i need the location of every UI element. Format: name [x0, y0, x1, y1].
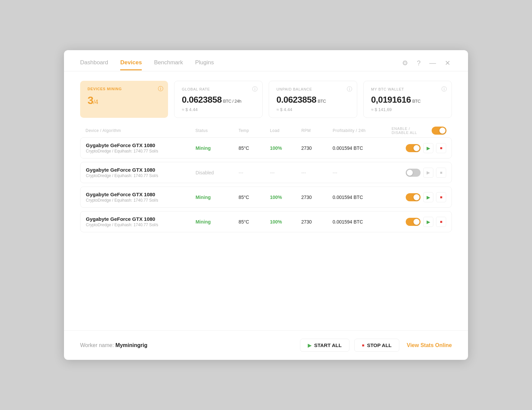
devices-mining-label: DEVICES MINING — [88, 87, 161, 91]
temp-0: 85°C — [239, 145, 270, 151]
btc-wallet-label: MY BTC WALLET — [371, 87, 444, 91]
minimize-icon[interactable]: — — [428, 59, 437, 68]
help-icon[interactable]: ? — [415, 59, 422, 68]
unpaid-balance-sub: ≈ $ 4.44 — [276, 107, 350, 112]
table-row: Gygabyte GeForce GTX 1080 CryptoDredge /… — [80, 186, 452, 208]
view-stats-button[interactable]: View Stats Online — [407, 342, 452, 348]
unpaid-balance-value: 0.0623858BTC — [276, 95, 350, 105]
enable-all-label: ENABLE / DISABLE ALL — [392, 127, 427, 135]
global-rate-label: GLOBAL RATE — [182, 87, 255, 91]
profit-0: 0.001594 BTC — [333, 145, 391, 151]
rpm-3: 2730 — [301, 219, 333, 225]
device-info-1: Gygabyte GeForce GTX 1080 CryptoDredge /… — [86, 167, 196, 178]
play-btn-0[interactable]: ▶ — [423, 143, 433, 153]
info-icon-devices[interactable]: ⓘ — [158, 86, 163, 93]
toggle-0[interactable] — [406, 144, 421, 152]
stop-all-button[interactable]: ■ STOP ALL — [354, 339, 399, 352]
settings-icon[interactable]: ⚙ — [401, 58, 409, 68]
global-rate-sub: ≈ $ 4.44 — [182, 107, 255, 112]
info-icon-unpaid[interactable]: ⓘ — [347, 86, 352, 93]
stat-global-rate: ⓘ GLOBAL RATE 0.0623858BTC / 24h ≈ $ 4.4… — [174, 81, 263, 118]
load-1: --- — [270, 170, 301, 175]
devices-table: Device / Algorithm Status Temp Load RPM … — [64, 124, 468, 326]
device-algo-0: CryptoDredge / Equihash: 1740.77 Sol/s — [86, 149, 196, 153]
footer: Worker name: Myminingrig ▶ START ALL ■ S… — [64, 330, 468, 360]
btc-wallet-sub: ≈ $ 141,69 — [371, 107, 444, 112]
rpm-2: 2730 — [301, 195, 333, 200]
device-algo-1: CryptoDredge / Equihash: 1740.77 Sol/s — [86, 173, 196, 178]
btc-wallet-value: 0,0191616BTC — [371, 95, 444, 105]
stop-all-label: STOP ALL — [367, 342, 392, 348]
stop-btn-3[interactable]: ■ — [436, 217, 446, 227]
device-name-0: Gygabyte GeForce GTX 1080 — [86, 142, 196, 148]
col-header-rpm: RPM — [301, 128, 333, 133]
stat-btc-wallet: ⓘ MY BTC WALLET 0,0191616BTC ≈ $ 141,69 — [363, 81, 452, 118]
row-actions-1: ▶ ■ — [391, 168, 446, 178]
device-name-1: Gygabyte GeForce GTX 1080 — [86, 167, 196, 173]
load-2: 100% — [270, 195, 301, 200]
play-btn-1[interactable]: ▶ — [423, 168, 433, 178]
row-actions-3: ▶ ■ — [391, 217, 446, 227]
row-actions-2: ▶ ■ — [391, 192, 446, 202]
col-header-device: Device / Algorithm — [86, 128, 195, 133]
start-all-button[interactable]: ▶ START ALL — [300, 339, 350, 352]
toggle-2[interactable] — [406, 193, 421, 201]
profit-2: 0.001594 BTC — [333, 195, 391, 200]
col-header-profit: Profitability / 24h — [333, 128, 392, 133]
col-header-load: Load — [270, 128, 301, 133]
status-0: Mining — [196, 145, 239, 151]
device-info-2: Gygabyte GeForce GTX 1080 CryptoDredge /… — [86, 192, 196, 203]
status-1: Disabled — [196, 170, 239, 176]
app-window: Dashboard Devices Benchmark Plugins ⚙ ? … — [64, 50, 468, 360]
unpaid-balance-label: UNPAID BALANCE — [276, 87, 350, 91]
worker-label: Worker name: Myminingrig — [80, 342, 147, 348]
footer-actions: ▶ START ALL ■ STOP ALL View Stats Online — [300, 339, 452, 352]
nav-plugins[interactable]: Plugins — [195, 59, 214, 70]
table-row: Gygabyte GeForce GTX 1080 CryptoDredge /… — [80, 162, 452, 183]
stats-row: ⓘ DEVICES MINING 3/4 ⓘ GLOBAL RATE 0.062… — [64, 71, 468, 124]
stop-btn-2[interactable]: ■ — [436, 192, 446, 202]
status-3: Mining — [196, 219, 239, 225]
play-btn-3[interactable]: ▶ — [423, 217, 433, 227]
start-all-icon: ▶ — [308, 343, 311, 348]
toggle-3[interactable] — [406, 218, 421, 226]
nav-benchmark[interactable]: Benchmark — [154, 59, 183, 70]
window-controls: ⚙ ? — ✕ — [401, 58, 452, 71]
col-header-temp: Temp — [238, 128, 270, 133]
profit-1: --- — [333, 170, 391, 175]
device-name-2: Gygabyte GeForce GTX 1080 — [86, 192, 196, 197]
stop-btn-1[interactable]: ■ — [436, 168, 446, 178]
nav-dashboard[interactable]: Dashboard — [80, 59, 108, 70]
info-icon-global[interactable]: ⓘ — [252, 86, 258, 93]
table-row: Gygabyte GeForce GTX 1080 CryptoDredge /… — [80, 137, 452, 159]
global-rate-value: 0.0623858BTC / 24h — [182, 95, 255, 105]
nav-bar: Dashboard Devices Benchmark Plugins ⚙ ? … — [64, 50, 468, 71]
status-2: Mining — [196, 194, 239, 200]
play-btn-2[interactable]: ▶ — [423, 192, 433, 202]
temp-3: 85°C — [239, 219, 270, 225]
rpm-0: 2730 — [301, 145, 333, 151]
stop-btn-0[interactable]: ■ — [436, 143, 446, 153]
rpm-1: --- — [301, 170, 333, 175]
col-header-status: Status — [195, 128, 238, 133]
device-info-0: Gygabyte GeForce GTX 1080 CryptoDredge /… — [86, 142, 196, 153]
device-algo-2: CryptoDredge / Equihash: 1740.77 Sol/s — [86, 198, 196, 203]
table-row: Gygabyte GeForce GTX 1080 CryptoDredge /… — [80, 211, 452, 232]
load-0: 100% — [270, 145, 301, 151]
enable-all-toggle[interactable] — [432, 127, 446, 135]
row-actions-0: ▶ ■ — [391, 143, 446, 153]
nav-devices[interactable]: Devices — [120, 59, 142, 70]
col-header-actions: ENABLE / DISABLE ALL — [392, 127, 446, 135]
close-icon[interactable]: ✕ — [443, 58, 452, 68]
worker-name: Myminingrig — [115, 342, 147, 348]
device-name-3: Gygabyte GeForce GTX 1080 — [86, 216, 196, 222]
load-3: 100% — [270, 219, 301, 225]
stop-all-icon: ■ — [362, 343, 364, 348]
device-algo-3: CryptoDredge / Equihash: 1740.77 Sol/s — [86, 223, 196, 227]
info-icon-wallet[interactable]: ⓘ — [441, 86, 447, 93]
temp-1: --- — [239, 170, 270, 175]
stat-devices-mining: ⓘ DEVICES MINING 3/4 — [80, 81, 168, 118]
profit-3: 0.001594 BTC — [333, 219, 391, 225]
table-header: Device / Algorithm Status Temp Load RPM … — [80, 124, 452, 137]
toggle-1[interactable] — [406, 169, 421, 177]
